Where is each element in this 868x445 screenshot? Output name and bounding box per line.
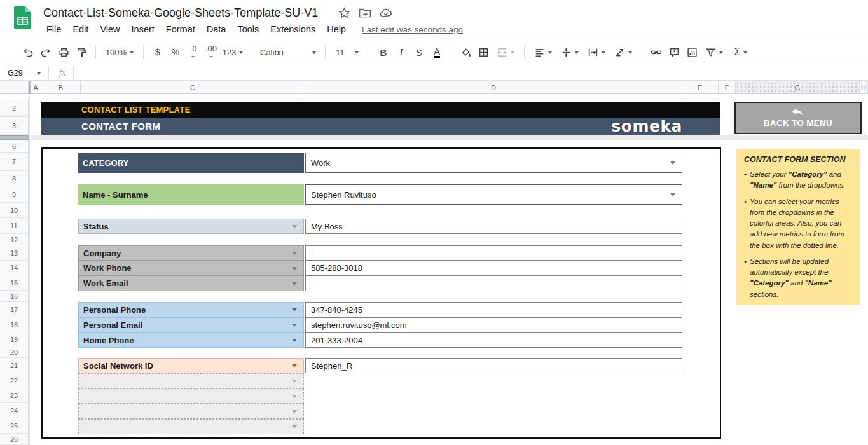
- document-title[interactable]: Contact-List-Someka-Google-Sheets-Templa…: [43, 6, 318, 20]
- menu-view[interactable]: View: [94, 23, 125, 36]
- create-filter-button[interactable]: [701, 43, 727, 62]
- row-header-17[interactable]: 17: [0, 302, 29, 317]
- dropdown-arrow-icon[interactable]: [292, 252, 297, 257]
- row-header-19[interactable]: 19: [0, 332, 29, 346]
- strikethrough-button[interactable]: S: [410, 43, 428, 62]
- empty-metric-row[interactable]: [78, 404, 304, 419]
- row-header-9[interactable]: 9: [0, 186, 29, 203]
- empty-metric-row[interactable]: [78, 373, 304, 388]
- column-header-C[interactable]: C: [81, 81, 305, 94]
- merge-cells-button[interactable]: [492, 43, 519, 62]
- dropdown-arrow-icon[interactable]: [292, 225, 297, 231]
- menu-format[interactable]: Format: [160, 23, 201, 36]
- increase-decimal-button[interactable]: .00→: [202, 43, 220, 62]
- column-header-H[interactable]: H: [860, 81, 868, 94]
- menu-extensions[interactable]: Extensions: [265, 23, 321, 36]
- row-header-6[interactable]: 6: [0, 140, 29, 153]
- hidden-rows-indicator[interactable]: [0, 135, 29, 140]
- company-label-cell[interactable]: Company: [78, 245, 304, 261]
- menu-tools[interactable]: Tools: [231, 23, 265, 36]
- row-header-21[interactable]: 21: [0, 358, 29, 373]
- menu-data[interactable]: Data: [201, 23, 232, 36]
- row-header-10[interactable]: 10: [0, 203, 29, 218]
- dropdown-arrow-icon[interactable]: [292, 267, 297, 273]
- row-header-18[interactable]: 18: [0, 317, 29, 332]
- row-header-15[interactable]: 15: [0, 275, 29, 291]
- name-box[interactable]: G29: [8, 69, 37, 78]
- category-value-cell[interactable]: Work: [305, 153, 682, 173]
- dropdown-arrow-icon[interactable]: [292, 380, 297, 385]
- star-icon[interactable]: [338, 7, 350, 19]
- home-phone-value-cell[interactable]: 201-333-2004: [305, 332, 682, 348]
- column-header-G[interactable]: G: [736, 81, 860, 94]
- text-rotation-button[interactable]: [610, 43, 637, 62]
- empty-metric-row[interactable]: [78, 419, 304, 434]
- format-percent-button[interactable]: %: [167, 43, 184, 62]
- decrease-decimal-button[interactable]: .0←: [184, 43, 202, 62]
- redo-button[interactable]: [37, 43, 55, 62]
- status-label-cell[interactable]: Status: [78, 219, 304, 234]
- menu-file[interactable]: File: [41, 23, 67, 36]
- social-network-value-cell[interactable]: Stephen_R: [305, 358, 682, 373]
- row-header-23[interactable]: 23: [0, 388, 29, 403]
- borders-button[interactable]: [474, 43, 492, 62]
- text-wrap-button[interactable]: [583, 43, 610, 62]
- insert-comment-button[interactable]: [665, 43, 683, 62]
- undo-button[interactable]: [19, 43, 37, 62]
- dropdown-arrow-icon[interactable]: [292, 410, 297, 416]
- work-email-label-cell[interactable]: Work Email: [78, 275, 304, 291]
- horizontal-align-button[interactable]: [530, 43, 556, 62]
- print-button[interactable]: [55, 43, 72, 62]
- italic-button[interactable]: I: [392, 43, 410, 62]
- dropdown-arrow-icon[interactable]: [292, 282, 297, 288]
- dropdown-arrow-icon[interactable]: [670, 193, 675, 199]
- column-header-E[interactable]: E: [682, 81, 719, 94]
- bold-button[interactable]: B: [375, 43, 392, 62]
- functions-button[interactable]: Σ: [727, 43, 754, 62]
- cloud-saved-icon[interactable]: [380, 7, 393, 19]
- company-value-cell[interactable]: -: [305, 245, 682, 261]
- personal-email-value-cell[interactable]: stephen.ruvituso@ml.com: [305, 317, 682, 332]
- personal-phone-label-cell[interactable]: Personal Phone: [78, 302, 304, 317]
- text-color-button[interactable]: A: [428, 43, 446, 62]
- paint-format-button[interactable]: [72, 43, 90, 62]
- vertical-align-button[interactable]: [556, 43, 583, 62]
- personal-phone-value-cell[interactable]: 347-840-4245: [305, 302, 682, 317]
- row-header-14[interactable]: 14: [0, 261, 29, 275]
- work-phone-value-cell[interactable]: 585-288-3018: [305, 261, 682, 275]
- row-header-2[interactable]: 2: [0, 100, 29, 117]
- dropdown-arrow-icon[interactable]: [292, 364, 297, 370]
- move-to-folder-icon[interactable]: [359, 7, 371, 19]
- work-phone-label-cell[interactable]: Work Phone: [78, 261, 304, 275]
- personal-email-label-cell[interactable]: Personal Email: [78, 317, 304, 332]
- row-header-24[interactable]: 24: [0, 403, 29, 418]
- dropdown-arrow-icon[interactable]: [292, 339, 297, 345]
- empty-metric-row[interactable]: [78, 388, 304, 404]
- name-value-cell[interactable]: Stephen Ruvituso: [305, 184, 682, 205]
- font-select[interactable]: Calibri: [256, 43, 320, 62]
- row-header-13[interactable]: 13: [0, 245, 29, 261]
- dropdown-arrow-icon[interactable]: [292, 308, 297, 314]
- back-to-menu-button[interactable]: BACK TO MENU: [734, 102, 862, 134]
- social-network-label-cell[interactable]: Social Network ID: [78, 358, 304, 373]
- last-edit-link[interactable]: Last edit was seconds ago: [362, 25, 463, 34]
- column-header-F[interactable]: F: [719, 81, 736, 94]
- menu-help[interactable]: Help: [321, 23, 352, 36]
- fill-color-button[interactable]: [457, 43, 474, 62]
- row-header-25[interactable]: 25: [0, 418, 29, 434]
- menu-insert[interactable]: Insert: [126, 23, 160, 36]
- font-size-select[interactable]: 11: [331, 43, 364, 62]
- work-email-value-cell[interactable]: -: [305, 275, 682, 291]
- row-header-22[interactable]: 22: [0, 373, 29, 388]
- zoom-select[interactable]: 100%: [101, 43, 138, 62]
- format-currency-button[interactable]: $: [149, 43, 167, 62]
- more-formats-button[interactable]: 123: [220, 43, 245, 62]
- row-header-16[interactable]: 16: [0, 291, 29, 302]
- dropdown-arrow-icon[interactable]: [292, 324, 297, 329]
- dropdown-arrow-icon[interactable]: [670, 161, 675, 167]
- row-header-8[interactable]: 8: [0, 171, 29, 186]
- insert-chart-button[interactable]: [683, 43, 701, 62]
- row-header-26[interactable]: 26: [0, 434, 29, 445]
- menu-edit[interactable]: Edit: [67, 23, 94, 36]
- row-header-12[interactable]: 12: [0, 234, 29, 245]
